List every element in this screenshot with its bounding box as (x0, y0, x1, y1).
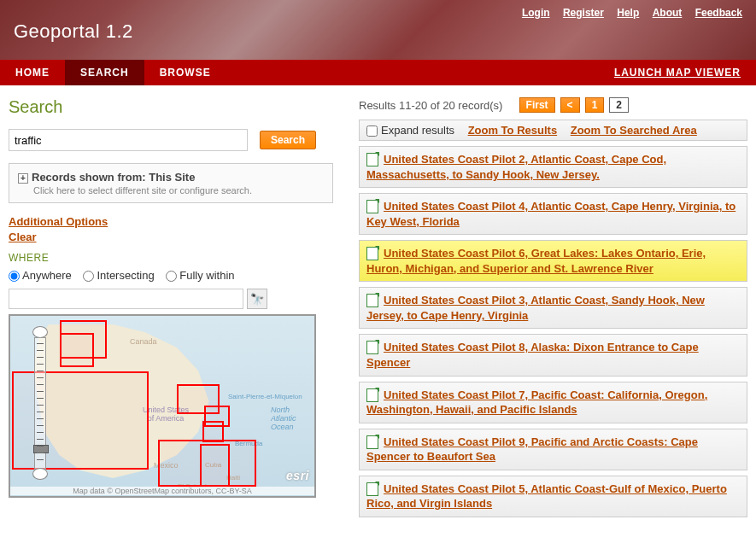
document-icon (366, 294, 378, 307)
zoom-slider[interactable] (34, 337, 46, 470)
link-zoom-to-searched-area[interactable]: Zoom To Searched Area (571, 124, 697, 137)
pager-page-1[interactable]: 1 (585, 97, 605, 113)
pager-first[interactable]: First (519, 97, 555, 113)
search-button[interactable]: Search (260, 131, 316, 149)
result-item: United States Coast Pilot 3, Atlantic Co… (359, 287, 747, 329)
result-item: United States Coast Pilot 5, Atlantic Co… (359, 476, 747, 517)
radio-intersecting[interactable] (83, 271, 94, 282)
result-link[interactable]: United States Coast Pilot 5, Atlantic Co… (366, 482, 727, 511)
page-title: Search (9, 97, 333, 117)
top-links: Login Register Help About Feedback (512, 7, 742, 19)
banner: Login Register Help About Feedback Geopo… (0, 0, 756, 60)
link-login[interactable]: Login (522, 7, 550, 19)
link-help[interactable]: Help (617, 7, 639, 19)
pager-page-2[interactable]: 2 (609, 97, 629, 113)
results-summary: Results 11-20 of 20 record(s) (359, 99, 502, 112)
esri-logo: esri (286, 469, 309, 482)
map-attribution: Map data © OpenStreetMap contributors, C… (10, 487, 314, 495)
zoom-in-button[interactable] (32, 326, 48, 338)
expand-icon: + (18, 173, 28, 184)
document-icon (366, 341, 378, 354)
config-title: Records shown from: This Site (32, 171, 195, 184)
document-icon (366, 200, 378, 213)
result-link[interactable]: United States Coast Pilot 7, Pacific Coa… (366, 388, 707, 417)
document-icon (366, 247, 378, 260)
result-item: United States Coast Pilot 9, Pacific and… (359, 429, 747, 470)
search-input[interactable] (9, 129, 248, 151)
link-feedback[interactable]: Feedback (695, 7, 742, 19)
result-link[interactable]: United States Coast Pilot 2, Atlantic Co… (366, 153, 666, 181)
radio-anywhere[interactable] (9, 271, 20, 282)
result-item: United States Coast Pilot 7, Pacific Coa… (359, 382, 747, 423)
pager-prev[interactable]: < (560, 97, 580, 113)
map-label-canada: Canada (130, 337, 157, 346)
map-label-ocean: North Atlantic Ocean (271, 406, 296, 431)
where-label: WHERE (9, 252, 333, 264)
nav-launch-map-viewer[interactable]: LAUNCH MAP VIEWER (614, 60, 741, 85)
result-link[interactable]: United States Coast Pilot 9, Pacific and… (366, 435, 698, 464)
link-zoom-to-results[interactable]: Zoom To Results (468, 124, 557, 137)
nav-home[interactable]: HOME (0, 60, 65, 85)
result-link[interactable]: United States Coast Pilot 8, Alaska: Dix… (366, 341, 699, 369)
nav-search[interactable]: SEARCH (65, 60, 144, 85)
expand-results-label: Expand results (381, 124, 454, 137)
map-canvas[interactable]: Canada United States of America Mexico C… (9, 314, 316, 498)
zoom-out-button[interactable] (32, 468, 48, 480)
expand-results-checkbox[interactable] (366, 126, 378, 137)
radio-fully-within[interactable] (166, 271, 177, 282)
document-icon (366, 482, 378, 496)
result-item: United States Coast Pilot 6, Great Lakes… (359, 240, 747, 282)
config-subtitle: Click here to select different site or c… (33, 185, 324, 196)
result-item: United States Coast Pilot 8, Alaska: Dix… (359, 334, 747, 376)
result-link[interactable]: United States Coast Pilot 3, Atlantic Co… (366, 294, 705, 322)
site-config-box[interactable]: +Records shown from: This Site Click her… (9, 163, 333, 203)
result-item: United States Coast Pilot 4, Atlantic Co… (359, 193, 747, 235)
primary-nav: HOME SEARCH BROWSE LAUNCH MAP VIEWER (0, 60, 756, 85)
location-input[interactable] (9, 289, 243, 309)
result-link[interactable]: United States Coast Pilot 4, Atlantic Co… (366, 200, 735, 228)
document-icon (366, 435, 378, 449)
result-link[interactable]: United States Coast Pilot 6, Great Lakes… (366, 247, 706, 275)
document-icon (366, 153, 378, 166)
link-additional-options[interactable]: Additional Options (9, 215, 333, 228)
nav-browse[interactable]: BROWSE (144, 60, 226, 85)
link-register[interactable]: Register (563, 7, 604, 19)
document-icon (366, 388, 378, 402)
map-label-spm: Saint-Pierre-et-Miquelon (228, 393, 302, 400)
link-about[interactable]: About (653, 7, 683, 19)
where-radios: Anywhere Intersecting Fully within (9, 269, 333, 282)
expand-row: Expand results Zoom To Results Zoom To S… (359, 120, 747, 141)
binoculars-icon[interactable]: 🔭 (247, 289, 267, 309)
link-clear[interactable]: Clear (9, 231, 333, 243)
result-item: United States Coast Pilot 2, Atlantic Co… (359, 146, 747, 188)
